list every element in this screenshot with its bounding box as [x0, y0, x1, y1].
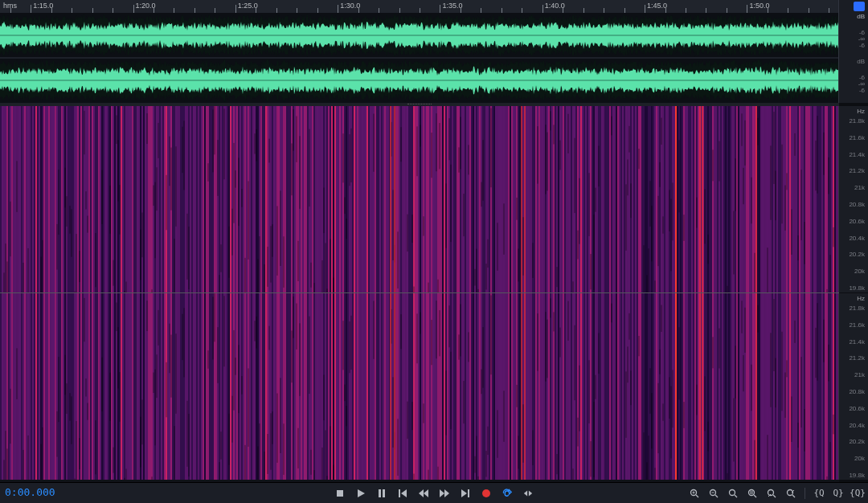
svg-rect-72: [80, 106, 82, 292]
svg-rect-1092: [411, 293, 413, 480]
svg-rect-355: [405, 106, 407, 292]
timeline-options-icon[interactable]: [854, 2, 865, 11]
svg-rect-270: [301, 106, 302, 292]
svg-rect-1052: [358, 293, 360, 480]
spectrogram-right[interactable]: [0, 293, 839, 480]
svg-rect-373: [424, 106, 426, 292]
svg-rect-115: [130, 106, 132, 292]
svg-rect-519: [593, 215, 595, 290]
playhead-time[interactable]: 0:00.000: [5, 486, 55, 498]
svg-rect-692: [797, 106, 799, 292]
zoom-full-button[interactable]: [727, 488, 739, 499]
zoom-in-point-button[interactable]: [766, 488, 777, 499]
svg-rect-555: [638, 149, 640, 169]
svg-rect-225: [254, 133, 256, 153]
svg-rect-1028: [330, 426, 331, 480]
svg-rect-256: [286, 106, 288, 292]
fast-forward-button[interactable]: [439, 488, 450, 499]
svg-rect-12: [8, 106, 10, 292]
svg-rect-1228: [567, 301, 569, 341]
selection-in-button[interactable]: {Q: [813, 488, 825, 499]
svg-rect-525: [600, 106, 601, 292]
svg-rect-990: [289, 293, 291, 480]
svg-rect-545: [627, 159, 628, 195]
svg-rect-1303: [654, 468, 656, 480]
svg-rect-1244: [587, 293, 588, 480]
svg-rect-263: [294, 106, 296, 292]
play-button[interactable]: [355, 488, 366, 499]
svg-rect-148: [169, 106, 170, 292]
svg-rect-415: [473, 106, 474, 292]
zoom-selection-button[interactable]: [747, 488, 758, 499]
svg-rect-22: [21, 106, 23, 292]
record-button[interactable]: [481, 488, 492, 499]
rewind-button[interactable]: [418, 488, 429, 499]
svg-rect-823: [103, 293, 104, 480]
svg-rect-1439: [815, 328, 817, 378]
svg-rect-1032: [334, 293, 336, 480]
svg-rect-194: [220, 244, 222, 272]
zoom-out-button[interactable]: [708, 488, 719, 499]
svg-rect-1331: [685, 293, 686, 480]
selection-out-button[interactable]: Q}: [833, 488, 844, 499]
svg-rect-652: [751, 178, 752, 223]
svg-rect-792: [69, 293, 71, 480]
svg-rect-304: [341, 106, 342, 292]
svg-rect-1395: [765, 293, 767, 480]
skip-back-button[interactable]: [397, 488, 408, 499]
freq-scale-unit-right: Hz: [857, 295, 865, 302]
svg-rect-1271: [620, 293, 622, 480]
pause-button[interactable]: [376, 488, 387, 499]
svg-rect-487: [556, 267, 558, 287]
svg-rect-605: [694, 106, 696, 292]
svg-rect-860: [146, 301, 148, 331]
svg-rect-697: [802, 106, 804, 292]
svg-rect-534: [612, 106, 614, 292]
zoom-in-button[interactable]: [689, 488, 700, 499]
svg-rect-451: [514, 106, 516, 292]
svg-rect-128: [146, 113, 148, 144]
svg-rect-388: [440, 106, 442, 292]
loop-button[interactable]: [502, 488, 513, 499]
svg-rect-790: [66, 383, 68, 414]
svg-rect-648: [746, 106, 747, 292]
svg-rect-989: [288, 293, 289, 480]
svg-rect-711: [820, 106, 821, 292]
svg-rect-834: [116, 302, 117, 331]
svg-rect-310: [346, 219, 347, 239]
svg-rect-244: [272, 224, 273, 257]
svg-rect-499: [572, 106, 574, 292]
svg-rect-531: [609, 106, 611, 292]
svg-rect-441: [500, 106, 502, 292]
svg-rect-665: [767, 247, 768, 292]
svg-rect-876: [164, 293, 166, 480]
svg-rect-1033: [336, 293, 338, 480]
svg-rect-1370: [735, 346, 736, 398]
svg-rect-1435: [810, 293, 812, 480]
svg-rect-616: [707, 235, 709, 264]
svg-rect-204: [231, 209, 233, 256]
svg-rect-1463: [524, 293, 526, 480]
timeline-ruler[interactable]: hms 1:15.01:20.01:25.01:30.01:35.01:40.0…: [0, 0, 868, 14]
svg-rect-1206: [543, 293, 545, 480]
svg-rect-1121: [442, 293, 444, 480]
svg-rect-488: [558, 106, 559, 292]
waveform-panel[interactable]: [0, 13, 839, 104]
svg-rect-482: [551, 106, 553, 292]
spectrogram-left[interactable]: [0, 106, 839, 292]
svg-rect-1060: [371, 293, 373, 480]
skip-selection-button[interactable]: [522, 488, 534, 499]
svg-rect-719: [828, 157, 829, 194]
selection-range-button[interactable]: {Q}: [852, 488, 863, 499]
stop-button[interactable]: [334, 488, 346, 499]
svg-rect-20: [18, 106, 19, 292]
skip-forward-button[interactable]: [460, 488, 471, 499]
svg-rect-434: [490, 108, 492, 187]
svg-rect-529: [606, 106, 608, 292]
svg-rect-120: [138, 106, 140, 292]
svg-rect-1357: [719, 329, 720, 369]
zoom-out-point-button[interactable]: [785, 488, 796, 499]
svg-rect-567: [651, 106, 653, 292]
svg-rect-113: [127, 106, 129, 292]
svg-rect-898: [186, 401, 188, 467]
